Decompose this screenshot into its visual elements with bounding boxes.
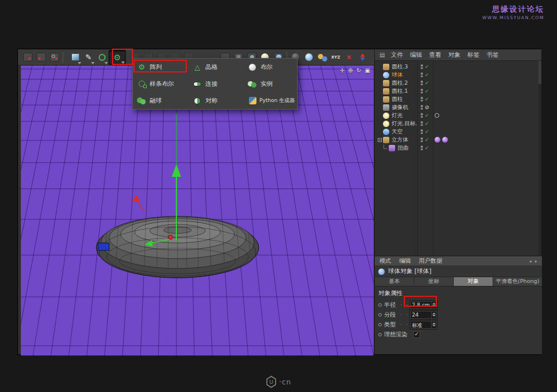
visibility-dots[interactable] bbox=[421, 89, 423, 93]
dropdown-arrow-icon[interactable] bbox=[431, 321, 436, 328]
attr-menu-edit[interactable]: 编辑 bbox=[399, 257, 411, 265]
footer-logo-text: ·cn bbox=[279, 378, 291, 386]
object-row-light[interactable]: 灯光 ✓ bbox=[375, 111, 539, 119]
sphere-icon bbox=[383, 72, 389, 78]
sky-object-icon bbox=[383, 129, 389, 135]
enabled-check-icon[interactable]: ✓ bbox=[425, 113, 429, 118]
deformed-sphere-object[interactable] bbox=[96, 205, 259, 279]
render-pv-glyph bbox=[37, 53, 46, 61]
menu-edit[interactable]: 编辑 bbox=[410, 51, 422, 59]
spline-pen-icon[interactable]: ✎ bbox=[82, 50, 95, 65]
menu-bookmarks[interactable]: 书签 bbox=[486, 51, 498, 59]
visibility-dots[interactable] bbox=[421, 72, 423, 77]
object-row-sphere[interactable]: 球体 ✓ bbox=[375, 71, 539, 79]
enabled-check-icon[interactable]: ✓ bbox=[425, 121, 429, 126]
object-row-cylinder2[interactable]: 圆柱.2 ✓ bbox=[375, 79, 539, 87]
layout-icon[interactable]: ▤ bbox=[379, 52, 385, 58]
zoom-view-icon[interactable]: ⊕ bbox=[348, 67, 353, 74]
render-picture-viewer-icon[interactable] bbox=[34, 50, 48, 65]
object-row-cylinder3[interactable]: 圆柱.3 ✓ bbox=[375, 63, 539, 71]
subdivision-surface-icon[interactable] bbox=[95, 50, 108, 65]
symmetry-icon bbox=[192, 97, 202, 104]
maximize-view-icon[interactable]: ▣ bbox=[365, 67, 370, 74]
keyframe-circle-icon[interactable] bbox=[378, 323, 382, 326]
property-radius: 半径 · · 2.8 cm bbox=[378, 300, 542, 310]
object-row-cube[interactable]: 立方体 ✓ bbox=[375, 136, 539, 144]
material-tag-icon[interactable] bbox=[442, 137, 448, 143]
y-axis-arrow[interactable] bbox=[172, 164, 181, 177]
object-row-cylinder1[interactable]: 圆柱.1 ✓ bbox=[375, 87, 539, 95]
menu-view[interactable]: 查看 bbox=[429, 51, 441, 59]
visibility-dots[interactable] bbox=[421, 113, 423, 118]
rotate-view-icon[interactable]: ↻ bbox=[356, 67, 361, 74]
target-tag-icon[interactable] bbox=[435, 113, 439, 118]
sky-icon[interactable] bbox=[302, 50, 316, 65]
menu-objects[interactable]: 对象 bbox=[448, 51, 460, 59]
type-dropdown[interactable]: 标准 bbox=[410, 321, 437, 329]
spinner-icon[interactable] bbox=[431, 311, 436, 318]
snap-disable-icon[interactable]: ✕ bbox=[342, 50, 356, 65]
enabled-check-icon[interactable]: ✓ bbox=[425, 97, 429, 102]
menu-item-python-generator[interactable]: Python 生成器 bbox=[244, 92, 297, 109]
collapse-icon[interactable] bbox=[378, 138, 382, 142]
visibility-dots[interactable] bbox=[421, 121, 423, 126]
enabled-check-icon[interactable]: ✓ bbox=[425, 129, 429, 135]
visibility-dots[interactable] bbox=[421, 64, 423, 69]
enabled-check-icon[interactable]: ✓ bbox=[425, 81, 429, 86]
material-tag-icon[interactable] bbox=[435, 137, 440, 143]
attribute-object-title: 球体对象 [球体] bbox=[388, 267, 432, 275]
menu-item-lattice[interactable]: △ 晶格 bbox=[189, 59, 244, 75]
enabled-check-icon[interactable]: ✓ bbox=[425, 89, 429, 94]
light-object-icon bbox=[383, 121, 389, 127]
enabled-check-icon[interactable]: ✓ bbox=[425, 64, 429, 70]
z-axis-handle[interactable] bbox=[98, 243, 109, 251]
render-view-glyph bbox=[23, 53, 32, 61]
visibility-dots[interactable] bbox=[421, 81, 423, 85]
add-cube-icon[interactable] bbox=[68, 50, 82, 65]
tab-coordinates[interactable]: 坐标 bbox=[414, 277, 454, 286]
menu-item-symmetry[interactable]: 对称 bbox=[189, 92, 244, 109]
menu-file[interactable]: 文件 bbox=[390, 51, 403, 59]
enabled-check-icon[interactable]: ✓ bbox=[425, 146, 429, 151]
menu-item-boole[interactable]: 布尔 bbox=[244, 59, 297, 75]
attr-menu-userdata[interactable]: 用户数据 bbox=[419, 257, 442, 265]
menu-item-spline-mask[interactable]: 样条布尔 bbox=[133, 75, 189, 92]
object-row-bend[interactable]: 扭曲 ✓ bbox=[375, 144, 539, 152]
tab-phong[interactable]: 平滑着色(Phong) bbox=[493, 277, 542, 286]
menu-item-metaball[interactable]: 融球 bbox=[133, 92, 189, 109]
object-row-light-target[interactable]: 灯光.目标.1 ✓ bbox=[375, 119, 539, 128]
object-origin-dot[interactable] bbox=[169, 235, 173, 239]
render-view-icon[interactable] bbox=[21, 50, 34, 65]
keyframe-circle-icon[interactable] bbox=[378, 313, 382, 317]
history-forward-icon[interactable]: ▸ bbox=[535, 259, 537, 264]
history-back-icon[interactable]: ◂ bbox=[529, 259, 531, 264]
keyframe-circle-icon[interactable] bbox=[378, 303, 382, 307]
menu-item-connect[interactable]: 连接 bbox=[189, 75, 244, 92]
visibility-dots[interactable] bbox=[421, 137, 423, 142]
keyframe-circle-icon[interactable] bbox=[378, 333, 382, 336]
axis-swap-icon[interactable] bbox=[356, 50, 369, 65]
connect-icon bbox=[192, 82, 202, 86]
enabled-check-icon[interactable]: ✓ bbox=[425, 137, 429, 143]
xyz-axis-icon[interactable]: XYZ bbox=[329, 50, 342, 65]
tab-object[interactable]: 对象 bbox=[454, 277, 493, 286]
render-settings-icon[interactable] bbox=[48, 50, 61, 65]
blocked-icon[interactable]: ⊘ bbox=[425, 105, 429, 110]
visibility-dots[interactable] bbox=[421, 97, 423, 101]
pan-view-icon[interactable]: ✛ bbox=[339, 67, 344, 74]
ideal-render-checkbox[interactable]: ✓ bbox=[413, 331, 420, 338]
object-row-camera[interactable]: 摄像机 ⊘ bbox=[375, 103, 539, 111]
materials-icon[interactable] bbox=[316, 50, 329, 65]
visibility-dots[interactable] bbox=[421, 105, 423, 110]
visibility-dots[interactable] bbox=[421, 129, 423, 134]
object-row-cylinder[interactable]: 圆柱 ✓ bbox=[375, 95, 539, 103]
attr-menu-mode[interactable]: 模式 bbox=[379, 257, 391, 265]
object-row-sky[interactable]: 天空 ✓ bbox=[375, 128, 539, 136]
tab-basic[interactable]: 基本 bbox=[375, 277, 414, 286]
menu-item-instance[interactable]: 实例 bbox=[244, 75, 297, 92]
enabled-check-icon[interactable]: ✓ bbox=[425, 72, 429, 78]
segments-input[interactable]: 24 bbox=[410, 311, 437, 319]
menu-tags[interactable]: 标签 bbox=[467, 51, 479, 59]
red-axis-arrow[interactable] bbox=[132, 195, 140, 202]
visibility-dots[interactable] bbox=[421, 146, 423, 150]
